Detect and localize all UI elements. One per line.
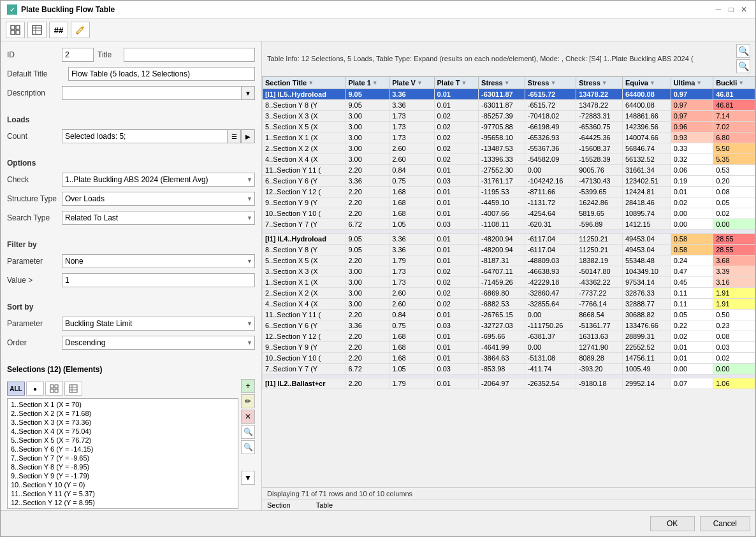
col-buckli[interactable]: Buckli▼ [713, 77, 755, 89]
ok-button[interactable]: OK [650, 516, 695, 531]
table-row[interactable]: 6..Section Y 6 (Y3.360.750.03-32727.03-1… [263, 320, 755, 331]
table-row[interactable]: 9..Section Y 9 (Y2.201.680.01-4459.10-11… [263, 197, 755, 208]
table-cell: -6117.04 [525, 234, 576, 245]
zoom-out-btn[interactable]: 🔍 [736, 59, 750, 73]
sel-grid-btn[interactable] [45, 382, 63, 396]
col-platev[interactable]: Plate V▼ [389, 77, 434, 89]
table-cell: -66198.49 [525, 122, 576, 132]
sel-table-btn[interactable] [64, 382, 82, 396]
col-stress3[interactable]: Stress▼ [576, 77, 623, 89]
count-expand-btn[interactable]: ▶ [241, 129, 255, 143]
sel-down-btn[interactable]: ▼ [241, 471, 255, 485]
table-row[interactable]: 7..Section Y 7 (Y6.721.050.03-853.98-411… [263, 364, 755, 375]
value-input[interactable] [62, 273, 255, 287]
table-row[interactable]: 9..Section Y 9 (Y2.201.680.01-4641.990.0… [263, 342, 755, 353]
col-stress1[interactable]: Stress▼ [479, 77, 525, 89]
maximize-button[interactable]: □ [726, 4, 736, 15]
table-row[interactable]: 8..Section Y 8 (Y9.053.360.01-48200.94-6… [263, 245, 755, 255]
col-platet[interactable]: Plate T▼ [434, 77, 479, 89]
table-cell: 3.00 [345, 122, 389, 132]
table-cell: 1.91 [713, 288, 755, 299]
col-stress2[interactable]: Stress▼ [525, 77, 576, 89]
order-select[interactable]: Descending [62, 336, 255, 350]
list-item[interactable]: 8..Section Y 8 (Y = -8.95) [9, 462, 236, 471]
col-ultima[interactable]: Ultima▼ [671, 77, 713, 89]
list-item[interactable]: 6..Section Y 6 (Y = -14.15) [9, 445, 236, 454]
table-bottom-label: Table [316, 501, 333, 509]
sel-remove-btn[interactable]: ✕ [241, 410, 255, 424]
sel-all-btn[interactable]: ALL [7, 382, 25, 396]
list-item[interactable]: 1..Section X 1 (X = 70) [9, 400, 236, 409]
col-section-title[interactable]: Section Title▼ [263, 77, 345, 89]
id-input[interactable] [62, 48, 94, 62]
right-panel: Table Info: 12 Selections, 5 Loads, Tabl… [262, 41, 755, 510]
list-item[interactable]: 2..Section X 2 (X = 71.68) [9, 409, 236, 418]
table-cell: -64707.11 [479, 266, 525, 277]
pencil-button[interactable] [71, 22, 90, 38]
title-input[interactable] [124, 48, 255, 62]
grid-button[interactable] [6, 22, 25, 38]
table-cell: 0.22 [671, 320, 713, 331]
col-plate1[interactable]: Plate 1▼ [345, 77, 389, 89]
sel-dot-btn[interactable]: ● [26, 382, 44, 396]
table-row[interactable]: 12..Section Y 12 (2.201.680.01-695.66-63… [263, 331, 755, 342]
table-row[interactable]: 10..Section Y 10 (2.201.680.01-4007.66-4… [263, 208, 755, 219]
table-cell: 0.00 [525, 342, 576, 353]
table-row[interactable]: 3..Section X 3 (X3.001.730.02-85257.39-7… [263, 111, 755, 122]
list-item[interactable]: 10..Section Y 10 (Y = 0) [9, 480, 236, 489]
parameter-select[interactable]: None [62, 254, 255, 268]
table-row[interactable]: 11..Section Y 11 (2.200.840.01-26765.150… [263, 310, 755, 320]
list-item[interactable]: 7..Section Y 7 (Y = -9.65) [9, 454, 236, 462]
list-item[interactable]: 3..Section X 3 (X = 73.36) [9, 418, 236, 427]
minimize-button[interactable]: ─ [713, 4, 723, 15]
list-item[interactable]: 5..Section X 5 (X = 76.72) [9, 436, 236, 445]
table-cell: -104242.16 [525, 176, 576, 187]
sort-parameter-select[interactable]: Buckling State Limit [62, 317, 255, 331]
table-row[interactable]: 12..Section Y 12 (2.201.680.01-1195.53-8… [263, 187, 755, 197]
table-row[interactable]: 6..Section Y 6 (Y3.360.750.03-31761.17-1… [263, 176, 755, 187]
default-title-input[interactable] [68, 67, 255, 81]
list-item[interactable]: 9..Section Y 9 (Y = -1.79) [9, 471, 236, 480]
check-select[interactable]: 1..Plate Buckling ABS 2024 (Element Avg) [62, 173, 255, 187]
table-row[interactable]: 5..Section X 5 (X2.201.790.01-8187.31-48… [263, 255, 755, 266]
table-row[interactable]: [I1] IL2..Ballast+cr2.201.790.01-2064.97… [263, 378, 755, 389]
list-item[interactable]: 12..Section Y 12 (Y = 8.95) [9, 498, 236, 507]
sel-zoom-in-btn[interactable]: 🔍 [241, 425, 255, 439]
table-row[interactable]: 8..Section Y 8 (Y9.053.360.01-63011.87-6… [263, 100, 755, 111]
table-row[interactable]: [I1] IL5..Hydroload9.053.360.01-63011.87… [263, 89, 755, 100]
zoom-in-btn[interactable]: 🔍 [736, 44, 750, 58]
table-row[interactable]: 10..Section Y 10 (2.201.680.01-3864.63-5… [263, 353, 755, 364]
table-cell: 0.45 [671, 277, 713, 288]
sel-add-btn[interactable]: + [241, 379, 255, 393]
table-row[interactable]: 1..Section X 1 (X3.001.730.02-71459.26-4… [263, 277, 755, 288]
close-button[interactable]: ✕ [739, 4, 749, 15]
data-table-container[interactable]: Section Title▼ Plate 1▼ Plate V▼ Plate T… [262, 76, 755, 487]
table-row[interactable]: 5..Section X 5 (X3.001.730.02-97705.88-6… [263, 122, 755, 132]
count-input[interactable] [62, 129, 227, 143]
table-row[interactable]: 4..Section X 4 (X3.002.600.02-13396.33-5… [263, 154, 755, 165]
sel-edit-btn[interactable]: ✏ [241, 394, 255, 408]
col-equiva[interactable]: Equiva▼ [622, 77, 671, 89]
search-type-select[interactable]: Related To Last [62, 211, 255, 225]
sel-zoom-out-btn[interactable]: 🔍 [241, 440, 255, 454]
table-row[interactable]: 1..Section X 1 (X3.001.730.02-95658.10-6… [263, 132, 755, 143]
description-dropdown-btn[interactable]: ▼ [241, 86, 255, 100]
list-item[interactable]: 4..Section X 4 (X = 75.04) [9, 427, 236, 436]
table-row[interactable]: 11..Section Y 11 (2.200.840.01-27552.300… [263, 165, 755, 176]
selections-list[interactable]: 1..Section X 1 (X = 70)2..Section X 2 (X… [7, 398, 238, 509]
list-item[interactable]: 11..Section Y 11 (Y = 5.37) [9, 489, 236, 498]
table-row[interactable]: 7..Section Y 7 (Y6.721.050.03-1108.11-62… [263, 219, 755, 230]
table-row[interactable]: 2..Section X 2 (X3.002.600.02-13487.53-5… [263, 143, 755, 154]
count-list-btn[interactable]: ☰ [227, 129, 241, 143]
table-row[interactable]: [I1] IL4..Hydroload9.053.360.01-48200.94… [263, 234, 755, 245]
table-row[interactable]: 3..Section X 3 (X3.001.730.02-64707.11-4… [263, 266, 755, 277]
description-input[interactable] [62, 86, 241, 100]
cancel-button[interactable]: Cancel [700, 516, 750, 531]
table-row[interactable]: 4..Section X 4 (X3.002.600.02-6882.53-32… [263, 299, 755, 310]
table-row[interactable]: 2..Section X 2 (X3.002.600.02-6869.80-32… [263, 288, 755, 299]
hash-button[interactable]: ## [49, 22, 68, 38]
table-button[interactable] [27, 22, 47, 38]
table-cell: 0.01 [671, 353, 713, 364]
table-cell: 0.33 [671, 143, 713, 154]
structure-type-select[interactable]: Over Loads [62, 192, 255, 206]
